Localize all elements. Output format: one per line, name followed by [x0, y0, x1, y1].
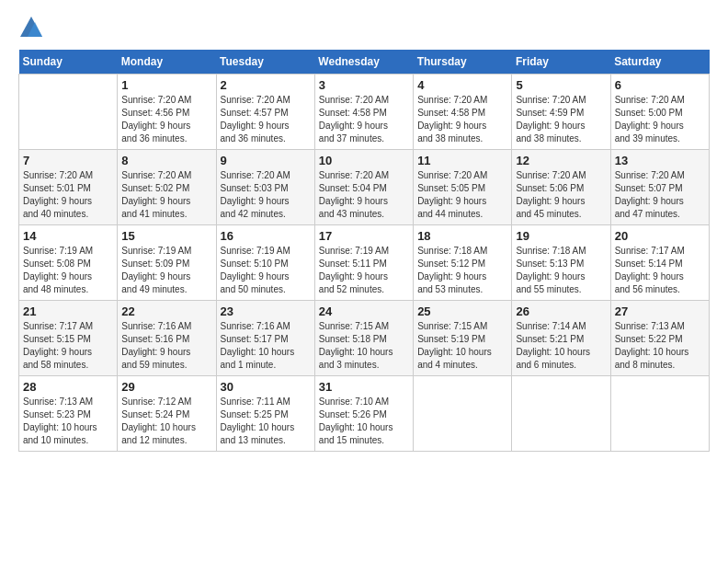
day-number: 27 [615, 304, 705, 318]
calendar-week-row: 21Sunrise: 7:17 AM Sunset: 5:15 PM Dayli… [19, 301, 710, 376]
weekday-header-cell: Monday [118, 50, 216, 75]
day-info: Sunrise: 7:20 AM Sunset: 4:56 PM Dayligh… [121, 94, 211, 145]
calendar-cell: 10Sunrise: 7:20 AM Sunset: 5:04 PM Dayli… [314, 150, 413, 225]
calendar-cell: 11Sunrise: 7:20 AM Sunset: 5:05 PM Dayli… [414, 150, 512, 225]
weekday-header-cell: Saturday [610, 50, 709, 75]
day-number: 22 [121, 304, 211, 318]
day-info: Sunrise: 7:11 AM Sunset: 5:25 PM Dayligh… [221, 396, 311, 447]
day-info: Sunrise: 7:17 AM Sunset: 5:15 PM Dayligh… [23, 320, 113, 372]
calendar-cell: 21Sunrise: 7:17 AM Sunset: 5:15 PM Dayli… [19, 301, 118, 376]
day-info: Sunrise: 7:13 AM Sunset: 5:23 PM Dayligh… [23, 396, 113, 447]
calendar-cell: 15Sunrise: 7:19 AM Sunset: 5:09 PM Dayli… [118, 225, 216, 301]
day-number: 3 [319, 78, 409, 92]
day-number: 20 [615, 229, 705, 243]
calendar-cell: 8Sunrise: 7:20 AM Sunset: 5:02 PM Daylig… [118, 150, 216, 225]
header [18, 15, 710, 40]
day-number: 6 [615, 78, 705, 92]
weekday-header-cell: Sunday [19, 50, 118, 75]
day-info: Sunrise: 7:17 AM Sunset: 5:14 PM Dayligh… [615, 245, 705, 296]
day-info: Sunrise: 7:20 AM Sunset: 5:06 PM Dayligh… [516, 169, 606, 221]
calendar-cell [610, 376, 709, 452]
day-info: Sunrise: 7:19 AM Sunset: 5:10 PM Dayligh… [221, 245, 311, 296]
weekday-header-cell: Friday [512, 50, 610, 75]
day-info: Sunrise: 7:20 AM Sunset: 5:07 PM Dayligh… [615, 169, 705, 221]
day-number: 13 [615, 154, 705, 167]
day-info: Sunrise: 7:18 AM Sunset: 5:13 PM Dayligh… [516, 245, 606, 296]
day-number: 24 [319, 304, 409, 318]
day-info: Sunrise: 7:10 AM Sunset: 5:26 PM Dayligh… [319, 396, 409, 447]
calendar-cell: 24Sunrise: 7:15 AM Sunset: 5:18 PM Dayli… [314, 301, 413, 376]
day-info: Sunrise: 7:20 AM Sunset: 4:57 PM Dayligh… [221, 94, 311, 145]
calendar-cell: 13Sunrise: 7:20 AM Sunset: 5:07 PM Dayli… [610, 150, 709, 225]
day-number: 30 [221, 380, 311, 394]
day-number: 11 [417, 154, 507, 167]
day-info: Sunrise: 7:19 AM Sunset: 5:09 PM Dayligh… [121, 245, 211, 296]
calendar-cell: 19Sunrise: 7:18 AM Sunset: 5:13 PM Dayli… [512, 225, 610, 301]
calendar-cell: 12Sunrise: 7:20 AM Sunset: 5:06 PM Dayli… [512, 150, 610, 225]
day-number: 28 [23, 380, 113, 394]
day-info: Sunrise: 7:20 AM Sunset: 4:58 PM Dayligh… [319, 94, 409, 145]
calendar-cell: 7Sunrise: 7:20 AM Sunset: 5:01 PM Daylig… [19, 150, 118, 225]
day-info: Sunrise: 7:20 AM Sunset: 5:01 PM Dayligh… [23, 169, 113, 221]
day-info: Sunrise: 7:15 AM Sunset: 5:19 PM Dayligh… [417, 320, 507, 372]
day-number: 10 [319, 154, 409, 167]
day-info: Sunrise: 7:20 AM Sunset: 5:03 PM Dayligh… [221, 169, 311, 221]
day-info: Sunrise: 7:20 AM Sunset: 4:59 PM Dayligh… [516, 94, 606, 145]
day-number: 25 [417, 304, 507, 318]
day-info: Sunrise: 7:20 AM Sunset: 5:04 PM Dayligh… [319, 169, 409, 221]
logo [18, 15, 48, 40]
day-info: Sunrise: 7:20 AM Sunset: 4:58 PM Dayligh… [417, 94, 507, 145]
logo-icon [18, 15, 44, 40]
weekday-header-cell: Wednesday [314, 50, 413, 75]
calendar-cell: 18Sunrise: 7:18 AM Sunset: 5:12 PM Dayli… [414, 225, 512, 301]
day-info: Sunrise: 7:14 AM Sunset: 5:21 PM Dayligh… [516, 320, 606, 372]
calendar-cell: 9Sunrise: 7:20 AM Sunset: 5:03 PM Daylig… [216, 150, 314, 225]
day-number: 5 [516, 78, 606, 92]
calendar-cell: 5Sunrise: 7:20 AM Sunset: 4:59 PM Daylig… [512, 75, 610, 150]
calendar-week-row: 7Sunrise: 7:20 AM Sunset: 5:01 PM Daylig… [19, 150, 710, 225]
day-number: 9 [221, 154, 311, 167]
day-number: 15 [121, 229, 211, 243]
calendar-cell [19, 75, 118, 150]
day-number: 21 [23, 304, 113, 318]
day-info: Sunrise: 7:12 AM Sunset: 5:24 PM Dayligh… [121, 396, 211, 447]
day-number: 29 [121, 380, 211, 394]
calendar-cell [414, 376, 512, 452]
day-info: Sunrise: 7:15 AM Sunset: 5:18 PM Dayligh… [319, 320, 409, 372]
day-info: Sunrise: 7:20 AM Sunset: 5:00 PM Dayligh… [615, 94, 705, 145]
calendar-week-row: 28Sunrise: 7:13 AM Sunset: 5:23 PM Dayli… [19, 376, 710, 452]
calendar-cell: 4Sunrise: 7:20 AM Sunset: 4:58 PM Daylig… [414, 75, 512, 150]
day-number: 1 [121, 78, 211, 92]
day-number: 17 [319, 229, 409, 243]
weekday-header-cell: Thursday [414, 50, 512, 75]
day-info: Sunrise: 7:20 AM Sunset: 5:05 PM Dayligh… [417, 169, 507, 221]
day-info: Sunrise: 7:16 AM Sunset: 5:16 PM Dayligh… [121, 320, 211, 372]
calendar-cell: 29Sunrise: 7:12 AM Sunset: 5:24 PM Dayli… [118, 376, 216, 452]
day-info: Sunrise: 7:18 AM Sunset: 5:12 PM Dayligh… [417, 245, 507, 296]
day-number: 12 [516, 154, 606, 167]
calendar-cell: 22Sunrise: 7:16 AM Sunset: 5:16 PM Dayli… [118, 301, 216, 376]
calendar-cell: 23Sunrise: 7:16 AM Sunset: 5:17 PM Dayli… [216, 301, 314, 376]
day-number: 7 [23, 154, 113, 167]
calendar-cell: 14Sunrise: 7:19 AM Sunset: 5:08 PM Dayli… [19, 225, 118, 301]
calendar-cell: 1Sunrise: 7:20 AM Sunset: 4:56 PM Daylig… [118, 75, 216, 150]
calendar-cell: 25Sunrise: 7:15 AM Sunset: 5:19 PM Dayli… [414, 301, 512, 376]
day-number: 14 [23, 229, 113, 243]
weekday-header-cell: Tuesday [216, 50, 314, 75]
day-info: Sunrise: 7:13 AM Sunset: 5:22 PM Dayligh… [615, 320, 705, 372]
calendar-cell: 17Sunrise: 7:19 AM Sunset: 5:11 PM Dayli… [314, 225, 413, 301]
calendar-cell: 28Sunrise: 7:13 AM Sunset: 5:23 PM Dayli… [19, 376, 118, 452]
calendar-cell: 27Sunrise: 7:13 AM Sunset: 5:22 PM Dayli… [610, 301, 709, 376]
weekday-header-row: SundayMondayTuesdayWednesdayThursdayFrid… [19, 50, 710, 75]
calendar-week-row: 14Sunrise: 7:19 AM Sunset: 5:08 PM Dayli… [19, 225, 710, 301]
calendar-body: 1Sunrise: 7:20 AM Sunset: 4:56 PM Daylig… [19, 75, 710, 452]
day-number: 19 [516, 229, 606, 243]
calendar-table: SundayMondayTuesdayWednesdayThursdayFrid… [18, 50, 710, 452]
calendar-cell: 2Sunrise: 7:20 AM Sunset: 4:57 PM Daylig… [216, 75, 314, 150]
day-info: Sunrise: 7:19 AM Sunset: 5:08 PM Dayligh… [23, 245, 113, 296]
day-number: 2 [221, 78, 311, 92]
day-number: 23 [221, 304, 311, 318]
day-number: 4 [417, 78, 507, 92]
calendar-cell: 26Sunrise: 7:14 AM Sunset: 5:21 PM Dayli… [512, 301, 610, 376]
calendar-cell: 20Sunrise: 7:17 AM Sunset: 5:14 PM Dayli… [610, 225, 709, 301]
